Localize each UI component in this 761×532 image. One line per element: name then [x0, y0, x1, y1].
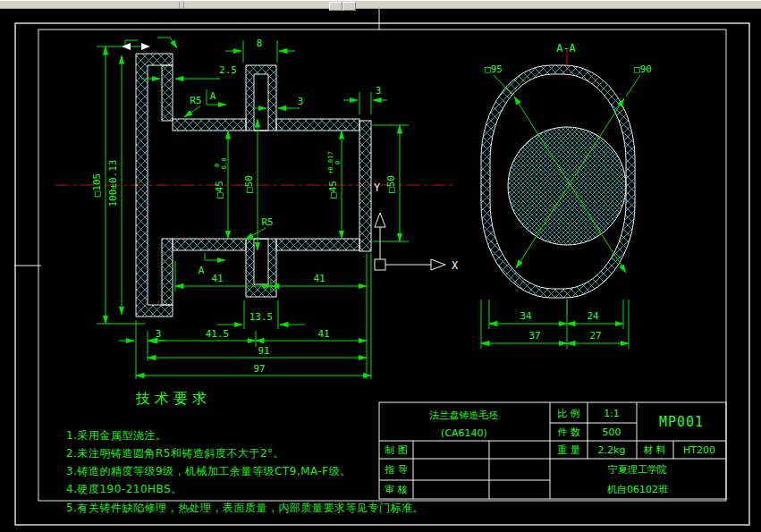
dim-37: 37: [528, 330, 540, 342]
tech-requirement-item: 4.硬度190-210HBS。: [66, 482, 182, 497]
section-a-a-view: [481, 65, 635, 298]
dim-3-boss: 3: [298, 96, 304, 107]
scale-label: 比 例: [557, 407, 580, 420]
dim-90: □90: [634, 63, 652, 75]
dim-2-5: 2.5: [219, 64, 237, 76]
dim-bore2-tol-top: +0.017: [327, 151, 334, 173]
draw-label: 制 图: [385, 443, 408, 457]
dim-13-5: 13.5: [249, 311, 274, 323]
label-r5-bottom: R5: [261, 216, 273, 228]
tech-requirement-item: 5.有关铸件缺陷修理，热处理，表面质量，内部质量要求等见专门标准。: [66, 501, 424, 516]
org-class: 机自06102班: [607, 483, 668, 496]
dim-97: 97: [253, 363, 265, 375]
dim-bore2: □45: [327, 181, 339, 198]
dim-41a: 41: [211, 273, 223, 284]
material-label: 材 料: [643, 443, 666, 457]
top-boss: [246, 65, 276, 131]
dim-bore1-tol-top: 0: [214, 164, 221, 167]
dim-105: □105: [91, 173, 103, 198]
dim-50b: □50: [385, 175, 397, 193]
tube-wall-bottom-right: [276, 239, 359, 250]
cup-wall-bottom: [162, 239, 173, 305]
org-name: 宁夏理工学院: [608, 463, 667, 477]
qty-value: 500: [603, 426, 621, 438]
dim-34: 34: [520, 310, 532, 322]
advisor-label: 指 导: [385, 463, 408, 477]
label-section-a-bottom: A: [199, 265, 205, 276]
part-title: 法兰盘铸造毛坯: [430, 409, 499, 422]
ucs-x-label: X: [452, 259, 459, 272]
right-end-plate: [359, 121, 371, 251]
material-value: HT200: [683, 444, 715, 456]
section-title-a-a: A-A: [556, 42, 576, 55]
cup-wall-top: [162, 65, 173, 121]
dim-91: 91: [258, 345, 269, 357]
bore-section-circle: [508, 127, 626, 245]
dim-24: 24: [587, 310, 599, 322]
scale-value: 1:1: [604, 408, 620, 419]
tech-requirements-title: 技术要求: [136, 390, 211, 409]
dim-27: 27: [589, 330, 601, 342]
qty-label: 件 数: [557, 426, 580, 439]
label-r5-top: R5: [190, 95, 201, 106]
bottom-boss: [246, 239, 276, 297]
weight-label: 重 量: [557, 443, 580, 457]
dim-50a: □50: [243, 175, 255, 193]
pickbox: [375, 259, 385, 270]
tech-requirement-item: 1.采用金属型浇注。: [66, 428, 166, 443]
dim-95: □95: [485, 63, 503, 75]
drawing-code: MP001: [659, 414, 704, 430]
tube-wall-bottom-left: [173, 239, 246, 250]
dim-bore1-tol-bot: -0.8: [221, 158, 228, 173]
tech-requirement-item: 2.未注明铸造圆角R5和铸造斜度不大于2°。: [66, 446, 284, 461]
cad-application-window: X Y □105 100±0.13 □45 0 -0.8 □50 □45 +0.…: [0, 0, 761, 532]
part-subtitle: (CA6140): [441, 427, 487, 439]
dim-bore1: □45: [214, 181, 225, 198]
dim-41b: 41: [313, 273, 325, 284]
dim-3-plate: 3: [376, 85, 382, 97]
tube-wall-top-left: [173, 119, 246, 131]
dim-3-flange: 3: [156, 328, 162, 340]
label-section-a-top: A: [210, 90, 216, 102]
dim-bore2-tol-bot: 0: [334, 161, 342, 165]
tech-requirement-item: 3.铸造的精度等级9级，机械加工余量等级CT9,MA-F级。: [66, 464, 351, 479]
dim-100: 100±0.13: [107, 160, 119, 207]
dim-41c: 41: [317, 328, 329, 340]
tube-wall-top-right: [276, 119, 359, 131]
checker-label: 审 核: [385, 483, 408, 496]
ucs-y-label: Y: [374, 182, 381, 194]
dim-8: 8: [257, 38, 263, 49]
weight-value: 2.2kg: [598, 444, 626, 456]
dim-41-5: 41.5: [206, 328, 230, 340]
